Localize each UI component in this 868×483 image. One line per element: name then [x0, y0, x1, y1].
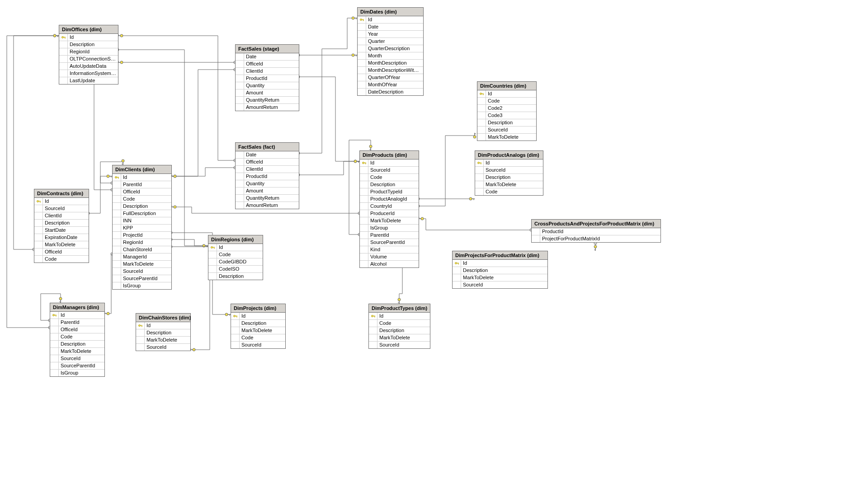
column-row[interactable]: Description — [59, 41, 118, 48]
column-row[interactable]: OfficeId — [236, 61, 299, 68]
column-row[interactable]: IsGroup — [50, 370, 104, 376]
column-row[interactable]: ProductId — [532, 228, 660, 235]
column-row[interactable]: Code — [208, 251, 263, 258]
entity-factsalesfact[interactable]: FactSales (fact)DateOfficeIdClientIdProd… — [235, 142, 299, 209]
entity-title[interactable]: DimProjectsForProductMatrix (dim) — [453, 251, 547, 260]
column-row[interactable]: Code — [369, 320, 430, 327]
column-row[interactable]: Code2 — [477, 105, 536, 112]
entity-title[interactable]: FactSales (fact) — [236, 143, 299, 151]
column-row[interactable]: OfficeId — [236, 159, 299, 166]
column-row[interactable]: SourceId — [34, 205, 89, 212]
column-row[interactable]: ClientId — [236, 68, 299, 75]
entity-dimclients[interactable]: DimClients (dim)IdParentIdOfficeIdCodeDe… — [112, 165, 172, 290]
column-row[interactable]: Quarter — [358, 38, 423, 45]
entity-title[interactable]: DimOffices (dim) — [59, 25, 118, 34]
column-row[interactable]: MarkToDelete — [369, 334, 430, 342]
column-row[interactable]: Description — [475, 174, 543, 181]
column-row[interactable]: OfficeId — [50, 326, 104, 333]
column-row[interactable]: SourceId — [360, 167, 419, 174]
column-row[interactable]: Id — [360, 159, 419, 167]
column-row[interactable]: Alcohol — [360, 261, 419, 267]
column-row[interactable]: AmountReturn — [236, 202, 299, 209]
column-row[interactable]: Description — [369, 327, 430, 334]
entity-title[interactable]: DimProductTypes (dim) — [369, 304, 430, 313]
column-row[interactable]: RegionId — [59, 48, 118, 56]
entity-title[interactable]: DimChainStores (dim) — [136, 314, 190, 322]
column-row[interactable]: ProjectForProductMatrixId — [532, 235, 660, 242]
column-row[interactable]: ProductTypeId — [360, 188, 419, 196]
entity-dimmanagers[interactable]: DimManagers (dim)IdParentIdOfficeIdCodeD… — [50, 303, 105, 377]
column-row[interactable]: RegionId — [113, 239, 171, 246]
column-row[interactable]: CodeISO — [208, 266, 263, 273]
column-row[interactable]: MarkToDelete — [50, 348, 104, 355]
column-row[interactable]: Description — [50, 341, 104, 348]
column-row[interactable]: Description — [453, 267, 547, 274]
column-row[interactable]: ProducerId — [360, 210, 419, 217]
column-row[interactable]: Description — [231, 320, 285, 327]
column-row[interactable]: Description — [477, 119, 536, 127]
column-row[interactable]: ProductId — [236, 173, 299, 180]
entity-crossproducts[interactable]: CrossProductsAndProjectsForProductMatrix… — [531, 219, 661, 243]
column-row[interactable]: Id — [475, 159, 543, 167]
column-row[interactable]: INN — [113, 217, 171, 225]
column-row[interactable]: DateDescription — [358, 89, 423, 95]
entity-title[interactable]: DimContracts (dim) — [34, 189, 89, 198]
column-row[interactable]: Quantity — [236, 180, 299, 188]
column-row[interactable]: Code — [231, 334, 285, 342]
column-row[interactable]: IsGroup — [113, 282, 171, 289]
column-row[interactable]: Description — [208, 273, 263, 280]
column-row[interactable]: QuarterDescription — [358, 45, 423, 52]
column-row[interactable]: MonthOfYear — [358, 81, 423, 89]
entity-title[interactable]: DimProjects (dim) — [231, 304, 285, 313]
column-row[interactable]: MarkToDelete — [475, 181, 543, 188]
column-row[interactable]: ChainStoreId — [113, 246, 171, 253]
column-row[interactable]: ProductId — [236, 75, 299, 82]
column-row[interactable]: ExpirationDate — [34, 234, 89, 241]
column-row[interactable]: Year — [358, 31, 423, 38]
column-row[interactable]: MarkToDelete — [136, 337, 190, 344]
column-row[interactable]: CodeGIBDD — [208, 258, 263, 266]
entity-dimregions[interactable]: DimRegions (dim)IdCodeCodeGIBDDCodeISODe… — [208, 235, 263, 280]
column-row[interactable]: Date — [236, 151, 299, 159]
entity-dimoffices[interactable]: DimOffices (dim)IdDescriptionRegionIdOLT… — [59, 25, 118, 84]
entity-title[interactable]: DimCountries (dim) — [477, 82, 536, 90]
column-row[interactable]: QuantityReturn — [236, 97, 299, 104]
entity-dimchainstores[interactable]: DimChainStores (dim)IdDescriptionMarkToD… — [136, 313, 191, 351]
column-row[interactable]: MarkToDelete — [360, 217, 419, 225]
column-row[interactable]: SourceId — [369, 342, 430, 348]
column-row[interactable]: Code — [113, 196, 171, 203]
column-row[interactable]: SourceId — [475, 167, 543, 174]
column-row[interactable]: Code — [50, 333, 104, 341]
column-row[interactable]: Description — [113, 203, 171, 210]
column-row[interactable]: Code — [475, 188, 543, 195]
column-row[interactable]: ProjectId — [113, 232, 171, 239]
column-row[interactable]: Code — [34, 256, 89, 263]
column-row[interactable]: Description — [360, 181, 419, 188]
column-row[interactable]: SourceId — [453, 281, 547, 288]
column-row[interactable]: Date — [358, 23, 423, 31]
column-row[interactable]: AmountReturn — [236, 104, 299, 111]
column-row[interactable]: OLTPConnectionString — [59, 56, 118, 63]
column-row[interactable]: ParentId — [113, 181, 171, 188]
column-row[interactable]: SourceId — [50, 355, 104, 362]
column-row[interactable]: Id — [477, 90, 536, 98]
column-row[interactable]: ProductAnalogId — [360, 196, 419, 203]
entity-title[interactable]: CrossProductsAndProjectsForProductMatrix… — [532, 220, 660, 228]
column-row[interactable]: ClientId — [236, 166, 299, 173]
column-row[interactable]: Id — [358, 16, 423, 23]
column-row[interactable]: MarkToDelete — [477, 134, 536, 141]
column-row[interactable]: SourceId — [231, 342, 285, 348]
column-row[interactable]: ManagerId — [113, 253, 171, 261]
entity-dimprojectsforproductmatrix[interactable]: DimProjectsForProductMatrix (dim)IdDescr… — [452, 251, 548, 289]
column-row[interactable]: SourceParentId — [50, 362, 104, 370]
column-row[interactable]: Month — [358, 52, 423, 60]
column-row[interactable]: MonthDescription — [358, 60, 423, 67]
column-row[interactable]: KPP — [113, 225, 171, 232]
column-row[interactable]: Id — [59, 34, 118, 41]
column-row[interactable]: Kind — [360, 246, 419, 253]
entity-title[interactable]: DimProductAnalogs (dim) — [475, 151, 543, 159]
entity-dimproductanalogs[interactable]: DimProductAnalogs (dim)IdSourceIdDescrip… — [475, 150, 543, 196]
column-row[interactable]: OfficeId — [113, 188, 171, 196]
column-row[interactable]: SourceId — [136, 344, 190, 351]
entity-title[interactable]: DimRegions (dim) — [208, 235, 263, 244]
